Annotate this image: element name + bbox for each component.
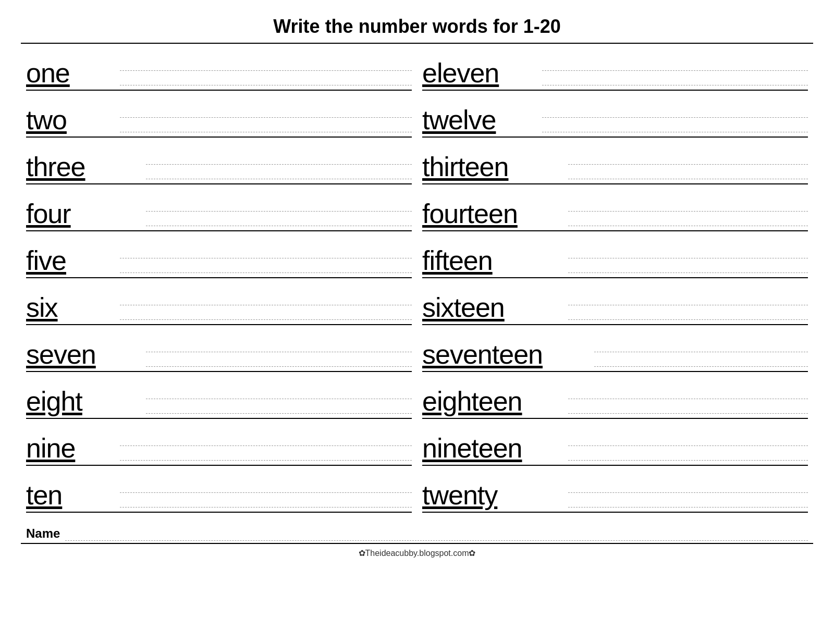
dashed-line: [120, 460, 412, 461]
dashed-line: [146, 413, 412, 414]
word-label-three: three: [26, 153, 146, 181]
dashed-line: [568, 460, 808, 461]
word-label-one: one: [26, 59, 120, 88]
left-column: one two three four: [21, 44, 417, 513]
word-label-eleven: eleven: [422, 59, 542, 88]
dashed-line: [568, 211, 808, 212]
dashed-line: [120, 117, 412, 118]
dashed-line: [568, 445, 808, 446]
dashed-line: [568, 226, 808, 226]
right-column: eleven twelve thirteen fourteen: [417, 44, 813, 513]
word-label-seven: seven: [26, 341, 146, 369]
word-label-nineteen: nineteen: [422, 435, 568, 463]
dashed-line: [120, 258, 412, 258]
dashed-line: [146, 366, 412, 367]
dashed-line: [120, 85, 412, 85]
footer-text: ✿Theideacubby.blogspot.com✿: [21, 548, 813, 558]
dashed-line: [146, 226, 412, 226]
word-row-seven: seven: [26, 325, 412, 372]
dashed-line: [120, 492, 412, 493]
dashed-line: [120, 132, 412, 132]
word-row-twelve: twelve: [422, 91, 808, 138]
name-line: [65, 540, 808, 541]
word-label-nine: nine: [26, 435, 120, 463]
word-label-seventeen: seventeen: [422, 341, 594, 369]
word-label-sixteen: sixteen: [422, 294, 568, 322]
word-row-four: four: [26, 184, 412, 231]
word-row-ten: ten: [26, 466, 412, 513]
word-row-two: two: [26, 91, 412, 138]
word-row-fifteen: fifteen: [422, 231, 808, 278]
page-title: Write the number words for 1-20: [21, 10, 813, 38]
word-label-four: four: [26, 200, 146, 228]
word-label-five: five: [26, 247, 120, 275]
dashed-line: [120, 445, 412, 446]
dashed-line: [120, 507, 412, 507]
dashed-line: [542, 85, 808, 85]
dashed-line: [542, 117, 808, 118]
word-label-ten: ten: [26, 481, 120, 510]
dashed-line: [568, 258, 808, 258]
word-row-six: six: [26, 278, 412, 325]
word-label-eight: eight: [26, 388, 146, 416]
word-label-fourteen: fourteen: [422, 200, 568, 228]
word-label-eighteen: eighteen: [422, 388, 568, 416]
word-row-one: one: [26, 44, 412, 91]
word-label-fifteen: fifteen: [422, 247, 568, 275]
dashed-line: [146, 352, 412, 352]
word-row-nine: nine: [26, 419, 412, 466]
dashed-line: [568, 273, 808, 273]
word-row-sixteen: sixteen: [422, 278, 808, 325]
dashed-line: [568, 507, 808, 507]
dashed-line: [120, 273, 412, 273]
word-label-twelve: twelve: [422, 106, 542, 134]
dashed-line: [594, 352, 808, 352]
word-row-eight: eight: [26, 372, 412, 419]
word-row-five: five: [26, 231, 412, 278]
dashed-line: [568, 492, 808, 493]
dashed-line: [568, 319, 808, 320]
word-row-seventeen: seventeen: [422, 325, 808, 372]
dashed-line: [146, 164, 412, 165]
dashed-line: [146, 399, 412, 399]
dashed-line: [120, 319, 412, 320]
dashed-line: [120, 70, 412, 71]
name-label: Name: [26, 526, 60, 541]
dashed-line: [120, 305, 412, 305]
dashed-line: [568, 164, 808, 165]
dashed-line: [568, 413, 808, 414]
word-label-twenty: twenty: [422, 481, 568, 510]
word-label-six: six: [26, 294, 120, 322]
dashed-line: [146, 211, 412, 212]
dashed-line: [542, 132, 808, 132]
name-section: Name: [21, 518, 813, 544]
word-row-three: three: [26, 138, 412, 184]
word-row-twenty: twenty: [422, 466, 808, 513]
dashed-line: [568, 305, 808, 305]
word-label-two: two: [26, 106, 120, 134]
word-row-fourteen: fourteen: [422, 184, 808, 231]
dashed-line: [594, 366, 808, 367]
word-label-thirteen: thirteen: [422, 153, 568, 181]
word-row-nineteen: nineteen: [422, 419, 808, 466]
dashed-line: [542, 70, 808, 71]
dashed-line: [568, 399, 808, 399]
dashed-line: [146, 179, 412, 179]
word-row-thirteen: thirteen: [422, 138, 808, 184]
dashed-line: [568, 179, 808, 179]
word-row-eleven: eleven: [422, 44, 808, 91]
word-row-eighteen: eighteen: [422, 372, 808, 419]
